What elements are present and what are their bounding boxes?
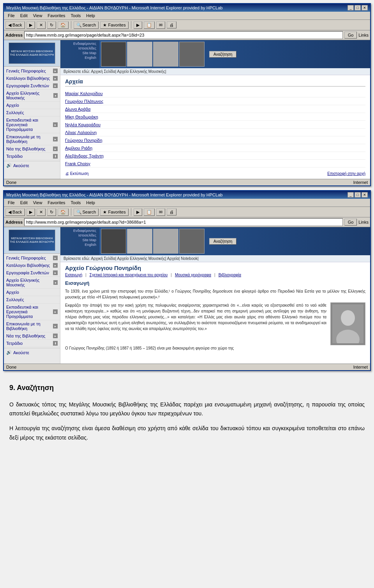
tab-manuscripts[interactable]: Μουσικά χειρόγραφα [175,273,211,277]
section-9: 9. Αναζήτηση Ο δικτυακός τόπος της Μεγάλ… [0,374,374,456]
favorites-btn-1[interactable]: ★ Favorites [100,21,128,29]
archive-item-0[interactable]: Μαρίας Καλογρίδου [65,90,365,97]
menu-tools-1[interactable]: Tools [69,12,83,19]
main-content-2: Ενδιαφέροντες Ιστοσελίδες Site Map Engli… [60,227,370,364]
sidebar-item-educational-2[interactable]: Εκπαιδευτικά και Ερευνητικά Προγράμματα … [4,304,60,320]
header-sitemap-1[interactable]: Site Map [82,51,96,55]
home-btn-1[interactable]: 🏠 [58,21,69,29]
menu-edit-1[interactable]: Edit [18,12,30,19]
sidebar-item-contact-2[interactable]: Επικοινωνία με τη Βιβλιοθήκη ▸ [4,320,60,332]
print-toolbar-btn-1[interactable]: 🖨 [167,21,176,28]
sidebar-item-composers-1[interactable]: Εργογραφία Συνθετών ▸ [4,82,60,90]
page-body-1: Αρχεία Μαρίας Καλογρίδου Γεωργίου Πλάτων… [60,75,370,179]
home-btn-2[interactable]: 🏠 [58,208,69,216]
sidebar-item-news-2[interactable]: Νέα της Βιβλιοθήκης ▸ [4,332,60,340]
media-btn-2[interactable]: ▶ [134,208,142,216]
sidebar-item-composers-2[interactable]: Εργογραφία Συνθετών ▸ [4,269,60,277]
back-btn-2[interactable]: ◀ Back [5,208,25,216]
go-btn-1[interactable]: Go [344,32,357,39]
archive-item-9[interactable]: Frank Choisy [65,160,365,168]
sidebar-item-archive-2[interactable]: Αρχείο [4,289,60,296]
menu-help-1[interactable]: Help [84,12,97,19]
search-btn-header-1[interactable]: Αναζήτηση [209,51,236,58]
search-btn-2[interactable]: 🔍 Search [74,208,99,216]
maximize-btn-2[interactable]: □ [355,192,361,198]
archive-item-4[interactable]: Νηλέα Καμαράδου [65,121,365,129]
search-btn-1[interactable]: 🔍 Search [74,21,99,29]
archive-item-7[interactable]: Αιμίλιου Ριάδη [65,144,365,152]
archive-item-3[interactable]: Μίκη Θεοδωράκη [65,113,365,121]
header-link-interesting-2[interactable]: Ενδιαφέροντες [73,229,96,233]
archive-item-2[interactable]: Δίωνα Αράβα [65,105,365,113]
print-toolbar-btn-2[interactable]: 🖨 [167,208,176,215]
header-sitemap-2[interactable]: Site Map [82,238,96,242]
media-btn-1[interactable]: ▶ [134,21,142,29]
sidebar-item-notebook-1[interactable]: Τετράδιο ⬇ [4,153,60,160]
archive-item-6[interactable]: Γεώργιου Πονηρίδη [65,136,365,144]
tab-bibliography[interactable]: Βιβλιογραφία [219,273,241,277]
print-link-1[interactable]: 🖨 Εκτύπωση [65,171,88,176]
sidebar-item-collections-2[interactable]: Συλλογές [4,296,60,304]
history-btn-2[interactable]: 📋 [144,208,155,216]
stop-btn-2[interactable]: ✕ [37,208,46,216]
sidebar-item-general-1[interactable]: Γενικές Πληροφορίες ▸ [4,67,60,75]
refresh-btn-2[interactable]: ↻ [47,208,56,216]
links-btn-1[interactable]: Links [358,33,369,37]
favorites-btn-2[interactable]: ★ Favorites [100,208,128,216]
mail-btn-2[interactable]: ✉ [156,208,165,216]
tab-intro[interactable]: Εισαγωγή [65,273,82,277]
go-btn-2[interactable]: Go [344,219,357,226]
menu-view-1[interactable]: View [31,12,45,19]
stop-btn-1[interactable]: ✕ [37,21,46,29]
archive-item-1[interactable]: Γεωργίου Πλάτωνος [65,97,365,105]
header-link-sites-1[interactable]: Ιστοσελίδες [78,46,96,50]
menu-edit-2[interactable]: Edit [18,200,30,206]
menu-file-1[interactable]: File [5,12,17,19]
close-btn-1[interactable]: ✕ [362,5,368,11]
sidebar-item-educational-1[interactable]: Εκπαιδευτικά και Ερευνητικά Προγράμματα … [4,117,60,133]
header-english-1[interactable]: English [85,56,96,60]
forward-btn-1[interactable]: ▶ [26,21,35,29]
mail-btn-1[interactable]: ✉ [156,21,165,29]
menu-favorites-2[interactable]: Favorites [45,200,67,206]
tab-historical[interactable]: Σχετικό Ιστορικό και περιεχόμενα του αρχ… [90,273,168,277]
back-btn-1[interactable]: ◀ Back [5,21,25,29]
refresh-btn-1[interactable]: ↻ [47,21,56,29]
history-btn-1[interactable]: 📋 [144,21,155,29]
sidebar-item-archive-greek-1[interactable]: Αρχείο Ελληνικής Μουσικής ▸ [4,90,60,102]
sidebar-item-collections-1[interactable]: Συλλογές [4,109,60,117]
menu-help-2[interactable]: Help [84,200,97,206]
menu-tools-2[interactable]: Tools [69,200,83,206]
sidebar-item-archive-greek-2[interactable]: Αρχείο Ελληνικής Μουσικής ▸ [4,277,60,289]
menu-favorites-1[interactable]: Favorites [45,12,67,19]
address-input-2[interactable] [24,218,343,226]
forward-btn-2[interactable]: ▶ [26,208,35,216]
header-link-sites-2[interactable]: Ιστοσελίδες [78,233,96,237]
minimize-btn-1[interactable]: _ [348,5,354,11]
back-top-link-1[interactable]: Επιστροφή στην αρχή [327,171,365,176]
minimize-btn-2[interactable]: _ [348,192,354,198]
search-btn-header-2[interactable]: Αναζήτηση [209,238,236,245]
archive-item-8[interactable]: Αλεξάνδρας Τριάντη [65,152,365,160]
browser-window-2: Μεγάλη Μουσική Βιβλιοθήκη της Ελλάδος - … [3,190,371,371]
status-bar-1: Done Internet [4,179,370,185]
menu-file-2[interactable]: File [5,200,17,206]
sidebar-item-catalog-1[interactable]: Κατάλογοι Βιβλιοθήκης ▸ [4,75,60,82]
maximize-btn-1[interactable]: □ [355,5,361,11]
close-btn-2[interactable]: ✕ [362,192,368,198]
sidebar-item-notebook-2[interactable]: Τετράδιο ⬇ [4,340,60,347]
header-english-2[interactable]: English [85,243,96,247]
sidebar-audio-2[interactable]: 🔊 Ακούστε [4,348,60,357]
links-btn-2[interactable]: Links [358,220,369,224]
header-link-interesting-1[interactable]: Ενδιαφέροντες [73,42,96,46]
sidebar-item-contact-1[interactable]: Επικοινωνία με τη Βιβλιοθήκη ▸ [4,133,60,145]
sidebar-audio-1[interactable]: 🔊 Ακούστε [4,161,60,170]
sidebar-item-general-2[interactable]: Γενικές Πληροφορίες ▸ [4,254,60,262]
menu-view-2[interactable]: View [31,200,45,206]
archive-list-1: Μαρίας Καλογρίδου Γεωργίου Πλάτωνος Δίων… [65,90,365,168]
sidebar-item-news-1[interactable]: Νέα της Βιβλιοθήκης ▸ [4,145,60,153]
address-input-1[interactable] [24,31,343,39]
sidebar-item-catalog-2[interactable]: Κατάλογοι Βιβλιοθήκης ▸ [4,262,60,269]
archive-item-5[interactable]: Λίλιας Λαλαούνη [65,129,365,136]
sidebar-item-archive-1[interactable]: Αρχείο [4,102,60,109]
